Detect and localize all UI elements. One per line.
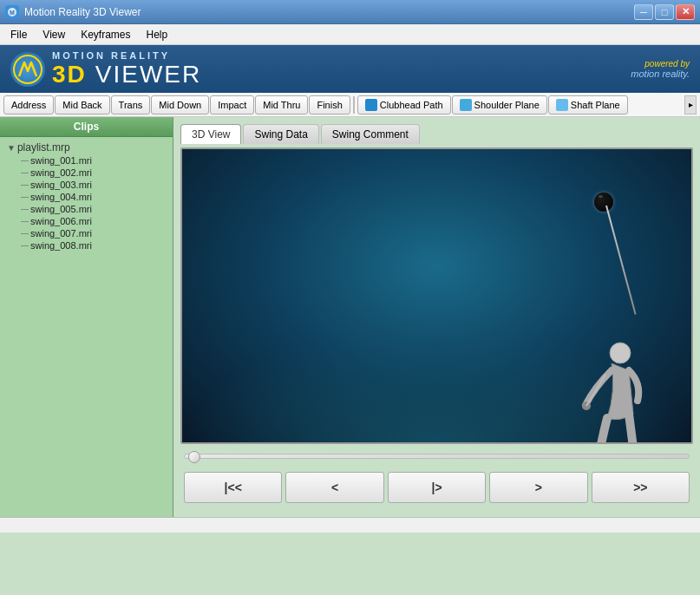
toolbar-btn-address[interactable]: Address [3,95,54,114]
swing-file-2: swing_002.mri [30,167,92,178]
toolbar-btn-impact[interactable]: Impact [210,95,254,114]
swing-file-7: swing_007.mri [30,228,92,239]
nav-play-button[interactable]: |> [388,472,486,503]
shoulder-label: Shoulder Plane [474,100,540,110]
logo-text-group: MOTION REALITY 3D VIEWER [52,50,201,88]
scrubber-thumb[interactable] [188,451,200,463]
logo-3d: 3D [52,61,87,88]
list-item[interactable]: — swing_004.mri [21,191,166,203]
list-item[interactable]: — swing_007.mri [21,227,166,239]
logo-motion-reality: MOTION REALITY [52,50,201,61]
menu-help[interactable]: Help [140,27,175,42]
logo-viewer: VIEWER [95,61,201,88]
list-item[interactable]: — swing_002.mri [21,167,166,179]
toolbar-btn-middown[interactable]: Mid Down [151,95,209,114]
list-item[interactable]: — swing_008.mri [21,239,166,252]
logo-area: MOTION REALITY 3D VIEWER powered by moti… [0,45,700,93]
nav-buttons: |<< < |> > >> [180,468,693,510]
toolbar-btn-midback[interactable]: Mid Back [55,95,109,114]
maximize-button[interactable]: □ [655,4,674,20]
nav-next-button[interactable]: > [489,472,587,503]
expand-icon: ▼ [7,143,16,153]
club-shaft [605,206,637,315]
clubhead-label: Clubhead Path [380,100,443,110]
menu-file[interactable]: File [3,27,34,42]
file-icon: — [21,229,29,238]
scrubber-track[interactable] [184,454,690,459]
clips-header: Clips [0,117,173,137]
list-item[interactable]: — swing_005.mri [21,203,166,215]
powered-by-text: powered by [644,59,690,69]
list-item[interactable]: — swing_001.mri [21,154,166,167]
toolbar-btn-finish[interactable]: Finish [309,95,350,114]
toolbar-btn-trans[interactable]: Trans [111,95,151,114]
toolbar-btn-shaft[interactable]: Shaft Plane [548,95,628,114]
swing-file-3: swing_003.mri [30,180,92,190]
swing-file-6: swing_006.mri [30,216,92,226]
nav-prev-button[interactable]: < [285,472,383,503]
shaft-label: Shaft Plane [571,100,620,110]
toolbar: Address Mid Back Trans Mid Down Impact M… [0,93,700,117]
playlist-name: playlist.mrp [17,141,70,154]
title-bar: M Motion Reality 3D Viewer ─ □ ✕ [0,0,700,24]
swing-file-4: swing_004.mri [30,192,92,202]
svg-text:M: M [10,10,15,16]
close-button[interactable]: ✕ [676,4,695,20]
file-icon: — [21,205,29,213]
menu-view[interactable]: View [36,27,72,42]
list-item[interactable]: — swing_003.mri [21,179,166,191]
clubhead-icon [365,99,377,111]
clips-panel: Clips ▼ playlist.mrp — swing_001.mri — s… [0,117,173,517]
menu-keyframes[interactable]: Keyframes [74,27,137,42]
playlist-children: — swing_001.mri — swing_002.mri — swing_… [21,154,166,252]
logo-right: powered by motion reality. [631,59,690,79]
scrubber-area [180,444,693,468]
svg-line-7 [586,375,605,406]
file-icon: — [21,168,29,177]
status-text [3,520,6,530]
svg-point-3 [610,343,631,363]
shoulder-icon [460,99,472,111]
toolbar-overflow-arrow[interactable]: ▸ [684,95,697,114]
golf-ball [594,193,613,212]
toolbar-separator [353,96,355,114]
minimize-button[interactable]: ─ [634,4,653,20]
tab-bar: 3D View Swing Data Swing Comment [180,124,693,144]
nav-first-button[interactable]: |<< [184,472,282,503]
3d-view-area: ↓ Center of balancenotice mine goes righ… [180,147,693,444]
right-content: 3D View Swing Data Swing Comment [173,117,700,517]
swing-file-8: swing_008.mri [30,240,92,251]
window-controls: ─ □ ✕ [634,4,695,20]
main-layout: Clips ▼ playlist.mrp — swing_001.mri — s… [0,117,700,517]
status-bar [0,517,700,533]
golfer-figure [546,340,668,444]
playlist-root[interactable]: ▼ playlist.mrp [7,141,166,154]
logo-icon [10,52,45,87]
tab-swing-comment[interactable]: Swing Comment [321,124,420,144]
toolbar-btn-midthru[interactable]: Mid Thru [255,95,308,114]
menu-bar: File View Keyframes Help [0,24,700,45]
clips-tree: ▼ playlist.mrp — swing_001.mri — swing_0… [0,137,173,517]
toolbar-btn-clubhead[interactable]: Clubhead Path [357,95,451,114]
toolbar-btn-shoulder[interactable]: Shoulder Plane [452,95,547,114]
tab-3d-view[interactable]: 3D View [180,124,241,144]
swing-file-1: swing_001.mri [30,155,92,166]
file-icon: — [21,241,29,250]
file-icon: — [21,156,29,165]
shaft-icon [556,99,568,111]
brand-name: motion reality. [631,69,690,79]
swing-file-5: swing_005.mri [30,204,92,214]
tab-swing-data[interactable]: Swing Data [243,124,318,144]
file-icon: — [21,217,29,226]
window-title: Motion Reality 3D Viewer [24,6,629,18]
list-item[interactable]: — swing_006.mri [21,215,166,227]
file-icon: — [21,180,29,189]
file-icon: — [21,193,29,201]
nav-last-button[interactable]: >> [592,472,690,503]
app-icon: M [5,5,19,19]
